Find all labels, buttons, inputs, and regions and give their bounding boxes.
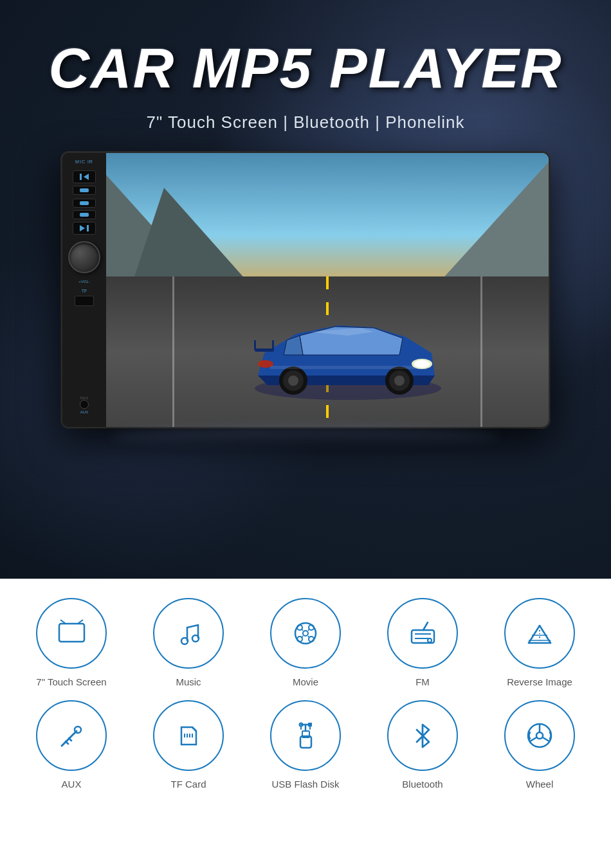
svg-rect-18 (254, 340, 256, 350)
svg-line-33 (302, 636, 303, 638)
wheel-icon-circle (504, 700, 575, 771)
feature-reverse-image: Reverse Image (484, 598, 595, 687)
music-icon-circle (153, 598, 224, 669)
aux-area: RES AUX (80, 396, 89, 414)
wheel-label: Wheel (526, 779, 554, 790)
player-device: MIC IR (61, 152, 550, 428)
aux-icon-circle (36, 700, 107, 771)
cm-button[interactable] (73, 199, 96, 208)
movie-icon-circle (270, 598, 341, 669)
svg-point-30 (303, 631, 308, 636)
svg-line-51 (192, 727, 196, 731)
svg-marker-0 (84, 174, 89, 180)
road-line-left (172, 276, 174, 427)
screen-display (106, 153, 549, 427)
movie-label: Movie (293, 676, 318, 687)
feature-fm: FM (367, 598, 478, 687)
page-title: CAR MP5 PLAYER (49, 35, 563, 101)
svg-point-39 (428, 638, 432, 642)
tf-card-icon-circle (153, 700, 224, 771)
svg-line-49 (66, 741, 68, 744)
bluetooth-label: Bluetooth (402, 779, 442, 790)
feature-wheel: Wheel (484, 700, 595, 790)
feature-movie: Movie (250, 598, 361, 687)
tf-card-label: TF Card (170, 779, 206, 790)
screen-scene (106, 153, 549, 427)
touch-screen-icon-circle (36, 598, 107, 669)
svg-line-68 (543, 737, 549, 741)
features-grid: 7" Touch Screen Music (16, 598, 595, 790)
volume-knob[interactable] (68, 241, 100, 273)
svg-line-32 (308, 629, 309, 631)
touch-screen-label: 7" Touch Screen (36, 676, 106, 687)
feature-aux: AUX (16, 700, 127, 790)
svg-line-38 (423, 622, 428, 630)
usb-flash-disk-label: USB Flash Disk (271, 779, 339, 790)
svg-rect-2 (80, 188, 89, 192)
svg-line-50 (69, 738, 71, 741)
svg-rect-3 (80, 201, 89, 205)
car-image (245, 305, 451, 408)
feature-tf-card: TF Card (133, 700, 244, 790)
mode-button[interactable] (73, 186, 96, 195)
svg-rect-6 (87, 225, 89, 231)
svg-rect-20 (59, 624, 84, 642)
svg-point-65 (536, 732, 543, 739)
aux-label-text: AUX (62, 779, 82, 790)
reverse-image-icon-circle (504, 598, 575, 669)
reverse-image-label: Reverse Image (507, 676, 572, 687)
player-container: MIC IR (61, 152, 550, 428)
music-label: Music (176, 676, 201, 687)
usb-icon-circle (270, 700, 341, 771)
eq-button[interactable] (73, 210, 96, 219)
page-subtitle: 7" Touch Screen | Bluetooth | Phonelink (147, 113, 465, 132)
next-button[interactable] (73, 222, 96, 235)
tf-label: TF (82, 289, 87, 293)
bluetooth-icon-circle (387, 700, 458, 771)
features-section: 7" Touch Screen Music (0, 579, 611, 868)
svg-rect-17 (255, 348, 274, 352)
svg-rect-1 (80, 174, 82, 180)
svg-point-13 (288, 375, 298, 386)
svg-rect-19 (272, 340, 274, 350)
left-control-panel: MIC IR (62, 153, 106, 427)
feature-usb-flash-disk: USB Flash Disk (250, 700, 361, 790)
fm-icon-circle (387, 598, 458, 669)
svg-rect-4 (80, 213, 89, 217)
svg-point-48 (75, 727, 81, 733)
top-section: CAR MP5 PLAYER 7" Touch Screen | Bluetoo… (0, 0, 611, 579)
feature-bluetooth: Bluetooth (367, 700, 478, 790)
svg-point-16 (394, 375, 405, 386)
fm-label: FM (415, 676, 430, 687)
mic-ir-label: MIC IR (75, 159, 93, 164)
sd-card-slot[interactable] (75, 296, 94, 306)
svg-line-34 (308, 636, 309, 638)
svg-line-31 (302, 629, 303, 631)
svg-marker-5 (80, 225, 85, 231)
aux-jack (80, 400, 89, 409)
aux-label: AUX (80, 410, 88, 414)
road-line-right (480, 276, 482, 427)
svg-line-67 (530, 737, 536, 741)
prev-button[interactable] (73, 170, 96, 183)
feature-touch-screen: 7" Touch Screen (16, 598, 127, 687)
feature-music: Music (133, 598, 244, 687)
vol-label: +VOL- (78, 280, 90, 284)
